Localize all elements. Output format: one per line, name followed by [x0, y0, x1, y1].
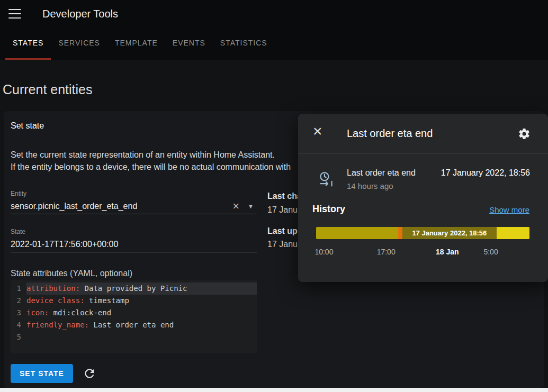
axis-tick: 10:00	[315, 248, 333, 256]
timeline-bright-segment	[496, 227, 529, 239]
tab-services[interactable]: SERVICES	[51, 28, 107, 60]
line-number: 3	[11, 307, 26, 319]
attributes-label: State attributes (YAML, optional)	[11, 269, 132, 278]
gear-icon[interactable]	[518, 127, 531, 140]
timeline-axis: 10:00 17:00 18 Jan 5:00	[316, 248, 529, 257]
yaml-value: mdi:clock-end	[49, 308, 111, 317]
tab-events[interactable]: EVENTS	[165, 28, 213, 60]
entity-info-dialog: × Last order eta end Last order eta end …	[298, 114, 548, 282]
set-state-button[interactable]: SET STATE	[11, 364, 73, 383]
app-header: Developer Tools	[0, 0, 548, 28]
yaml-line-3: 3 icon: mdi:clock-end	[11, 307, 257, 319]
attribute-entity-name: Last order eta end	[347, 168, 416, 178]
state-input-value: 2022-01-17T17:56:00+00:00	[11, 240, 257, 249]
state-field-label: State	[11, 228, 25, 235]
yaml-key: friendly_name:	[26, 321, 89, 329]
entity-input[interactable]: sensor.picnic_last_order_eta_end × ▼	[11, 198, 257, 214]
line-number: 2	[11, 295, 26, 307]
yaml-line-5: 5	[11, 331, 257, 343]
tab-bar: STATES SERVICES TEMPLATE EVENTS STATISTI…	[0, 28, 548, 60]
tab-statistics[interactable]: STATISTICS	[213, 28, 275, 60]
tab-states[interactable]: STATES	[5, 28, 51, 60]
history-timeline-bar[interactable]: 17 January 2022, 18:56	[316, 227, 529, 239]
yaml-key: device_class:	[26, 296, 85, 305]
dialog-title: Last order eta end	[347, 127, 433, 140]
yaml-editor[interactable]: 1 attribution: Data provided by Picnic 2…	[11, 280, 257, 353]
show-more-link[interactable]: Show more	[489, 205, 529, 214]
last-updated-label: Last up	[267, 226, 298, 236]
bottom-edge-strip	[0, 388, 548, 392]
line-number: 5	[11, 331, 26, 343]
axis-tick: 18 Jan	[436, 248, 459, 256]
hamburger-menu-icon[interactable]	[8, 9, 21, 19]
clock-end-icon	[318, 171, 334, 187]
yaml-key: icon:	[26, 308, 49, 317]
attribute-state-value: 17 January 2022, 18:56	[441, 168, 530, 178]
card-description-line-1: Set the current state representation of …	[11, 150, 275, 160]
yaml-line-4: 4 friendly_name: Last order eta end	[11, 319, 257, 331]
entity-field-label: Entity	[11, 190, 26, 197]
line-number: 1	[11, 282, 26, 295]
last-updated-value: 17 Janu	[267, 240, 298, 249]
line-number: 4	[11, 319, 26, 331]
axis-tick: 17:00	[377, 248, 396, 256]
dialog-header: × Last order eta end	[298, 114, 548, 154]
attribute-relative-time: 14 hours ago	[347, 181, 393, 190]
tab-template[interactable]: TEMPLATE	[107, 28, 165, 60]
card-title: Set state	[11, 121, 44, 131]
entity-input-value: sensor.picnic_last_order_eta_end	[11, 202, 232, 211]
yaml-line-1: 1 attribution: Data provided by Picnic	[11, 282, 257, 295]
axis-tick: 5:00	[483, 248, 498, 256]
card-description-line-2: If the entity belongs to a device, there…	[11, 162, 291, 172]
history-title: History	[312, 204, 345, 215]
timeline-orange-marker	[398, 227, 402, 239]
close-icon[interactable]: ×	[313, 123, 322, 139]
timeline-tooltip: 17 January 2022, 18:56	[402, 227, 496, 239]
yaml-value: Last order eta end	[89, 321, 174, 329]
yaml-key: attribution:	[26, 284, 80, 293]
yaml-value: timestamp	[85, 296, 129, 305]
last-changed-label: Last cha	[267, 192, 302, 201]
clear-entity-icon[interactable]: ×	[232, 200, 239, 212]
chevron-down-icon[interactable]: ▼	[248, 203, 254, 209]
page-title: Current entities	[3, 82, 93, 97]
yaml-line-2: 2 device_class: timestamp	[11, 295, 257, 307]
yaml-value: Data provided by Picnic	[80, 284, 187, 293]
developer-tools-screen: Developer Tools STATES SERVICES TEMPLATE…	[0, 0, 548, 392]
app-title: Developer Tools	[42, 8, 118, 20]
state-input[interactable]: 2022-01-17T17:56:00+00:00	[11, 236, 257, 252]
refresh-icon[interactable]	[83, 367, 96, 380]
last-changed-value: 17 Janu	[267, 205, 298, 215]
